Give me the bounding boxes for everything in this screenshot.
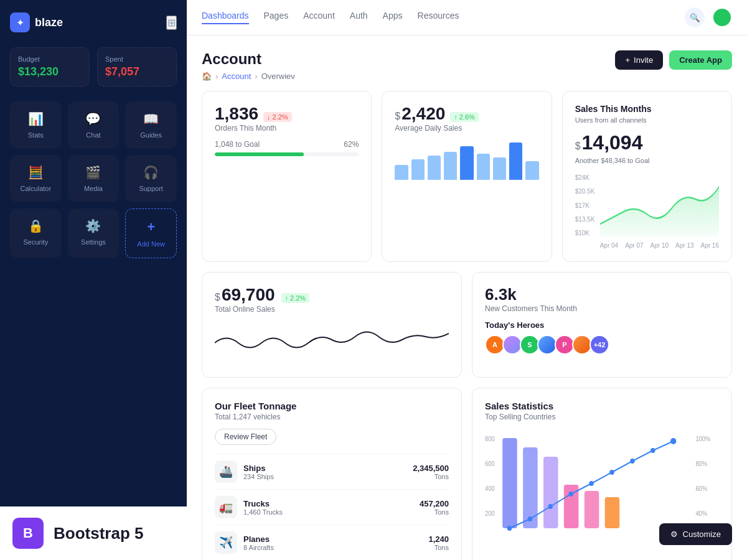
y-24k: $24K — [575, 174, 595, 181]
y-labels: $24K $20.5K $17K $13.5K $10K — [575, 174, 595, 236]
sales-stats-subtitle: Top Selling Countries — [485, 413, 719, 421]
create-app-button[interactable]: Create App — [669, 50, 732, 70]
spent-card: Spent $7,057 — [97, 47, 177, 86]
wavy-chart — [215, 321, 449, 365]
stats-icon: 📊 — [28, 111, 44, 126]
sidebar-item-guides[interactable]: 📖 Guides — [125, 101, 177, 149]
budget-label: Budget — [18, 55, 82, 63]
review-fleet-button[interactable]: Review Fleet — [215, 429, 276, 445]
online-sales-card: $ 69,700 ↑ 2.2% Total Online Sales — [202, 272, 462, 378]
security-label: Security — [23, 238, 48, 246]
tab-resources[interactable]: Resources — [418, 11, 459, 24]
invite-button[interactable]: + Invite — [615, 50, 663, 70]
sidebar-settings-icon[interactable]: ⊞ — [166, 16, 177, 30]
bootstrap-icon: B — [12, 518, 44, 549]
ships-icon: 🚢 — [215, 460, 237, 483]
add-new-label: Add New — [137, 240, 165, 248]
trucks-info: Trucks 1,460 Trucks — [243, 499, 283, 516]
guides-icon: 📖 — [143, 111, 159, 126]
bar-5 — [460, 146, 473, 180]
chat-icon: 💬 — [85, 111, 101, 126]
sales-currency: $ — [575, 141, 581, 152]
top-nav: Dashboards Pages Account Auth Apps Resou… — [187, 0, 747, 35]
customize-button[interactable]: ⚙ Customize — [659, 523, 732, 545]
online-badge: ↑ 2.2% — [281, 293, 310, 303]
y-205k: $20.5K — [575, 188, 595, 195]
search-button[interactable]: 🔍 — [685, 7, 705, 27]
trucks-name: Trucks — [243, 499, 283, 508]
customers-value: 6.3k — [485, 285, 517, 304]
bootstrap-badge: B Bootstrap 5 — [0, 506, 187, 560]
avg-badge: ↑ 2.6% — [450, 112, 479, 122]
header-actions: + Invite Create App — [615, 50, 732, 70]
settings-icon: ⚙️ — [85, 218, 101, 233]
fleet-title: Our Fleet Tonnage — [215, 401, 449, 411]
support-label: Support — [139, 185, 163, 192]
bar-2 — [411, 159, 425, 180]
content-header: Account 🏠 › Account › Overwiev + Invite … — [202, 50, 732, 81]
svg-text:800: 800 — [485, 436, 495, 442]
spent-value: $7,057 — [105, 65, 169, 78]
breadcrumb-account[interactable]: Account — [222, 72, 251, 81]
user-avatar[interactable] — [712, 7, 732, 27]
svg-rect-10 — [543, 457, 558, 528]
trucks-unit: Tons — [420, 508, 449, 516]
sidebar-item-stats[interactable]: 📊 Stats — [10, 101, 62, 149]
progress-pct: 62% — [344, 140, 359, 149]
x-apr10: Apr 10 — [651, 242, 669, 249]
tab-dashboards[interactable]: Dashboards — [202, 11, 249, 24]
avg-currency: $ — [395, 111, 400, 122]
fleet-left-ships: 🚢 Ships 234 Ships — [215, 460, 274, 483]
sales-amount: 14,094 — [582, 131, 643, 154]
customers-label: New Customers This Month — [485, 304, 719, 313]
ships-info: Ships 234 Ships — [243, 464, 274, 480]
online-label: Total Online Sales — [215, 305, 449, 314]
sidebar-item-security[interactable]: 🔒 Security — [10, 208, 62, 258]
invite-label: Invite — [634, 55, 653, 65]
online-badge-val: 2.2% — [290, 294, 306, 302]
breadcrumb-home[interactable]: 🏠 — [202, 72, 212, 81]
x-apr13: Apr 13 — [675, 242, 693, 249]
y-10k: $10K — [575, 230, 595, 236]
heroes-section: Today's Heroes A S P — [485, 320, 719, 355]
sidebar-item-calculator[interactable]: 🧮 Calculator — [10, 155, 62, 202]
svg-text:60%: 60% — [695, 485, 707, 492]
sidebar-item-settings[interactable]: ⚙️ Settings — [68, 208, 120, 258]
avg-sales-card: $ 2,420 ↑ 2.6% Average Daily Sales — [382, 91, 552, 262]
sidebar-item-add-new[interactable]: + Add New — [125, 208, 177, 258]
fleet-right-planes: 1,240 Tons — [428, 534, 449, 551]
breadcrumb-sep2: › — [255, 72, 257, 81]
orders-badge-arrow: ↓ — [267, 113, 271, 121]
chart-svg-area — [600, 174, 719, 236]
breadcrumb-overview: Overwiev — [261, 72, 295, 81]
budget-value: $13,230 — [18, 65, 82, 78]
tab-auth[interactable]: Auth — [350, 11, 368, 24]
bar-8 — [509, 142, 522, 180]
sidebar-item-chat[interactable]: 💬 Chat — [68, 101, 120, 149]
tab-account[interactable]: Account — [303, 11, 335, 24]
logo-text: blaze — [35, 16, 63, 29]
sidebar-item-support[interactable]: 🎧 Support — [125, 155, 177, 202]
sidebar: ✦ blaze ⊞ Budget $13,230 Spent $7,057 📊 … — [0, 0, 187, 560]
logo-area: ✦ blaze — [10, 12, 63, 32]
svg-text:100%: 100% — [695, 436, 710, 442]
progress-row: 1,048 to Goal 62% — [215, 140, 359, 149]
stats-row2: $ 69,700 ↑ 2.2% Total Online Sales 6.3k — [202, 272, 732, 378]
fleet-row-planes: ✈️ Planes 8 Aircrafts 1,240 Tons — [215, 525, 449, 560]
sidebar-header: ✦ blaze ⊞ — [10, 12, 177, 32]
nav-grid: 📊 Stats 💬 Chat 📖 Guides 🧮 Calculator 🎬 M… — [10, 101, 177, 258]
tab-apps[interactable]: Apps — [383, 11, 403, 24]
sidebar-item-media[interactable]: 🎬 Media — [68, 155, 120, 202]
calculator-icon: 🧮 — [28, 165, 44, 180]
media-label: Media — [84, 185, 103, 192]
avg-badge-val: 2.6% — [459, 113, 475, 121]
svg-point-21 — [651, 448, 655, 453]
sales-goal: Another $48,346 to Goal — [575, 157, 719, 164]
ships-sub: 234 Ships — [243, 473, 274, 480]
fleet-row-trucks: 🚛 Trucks 1,460 Trucks 457,200 Tons — [215, 489, 449, 525]
calculator-label: Calculator — [21, 185, 52, 192]
svg-point-19 — [609, 470, 614, 475]
online-currency: $ — [215, 292, 220, 303]
tab-pages[interactable]: Pages — [264, 11, 289, 24]
stats-grid: 1,836 ↓ 2.2% Orders This Month 1,048 to … — [202, 91, 732, 262]
